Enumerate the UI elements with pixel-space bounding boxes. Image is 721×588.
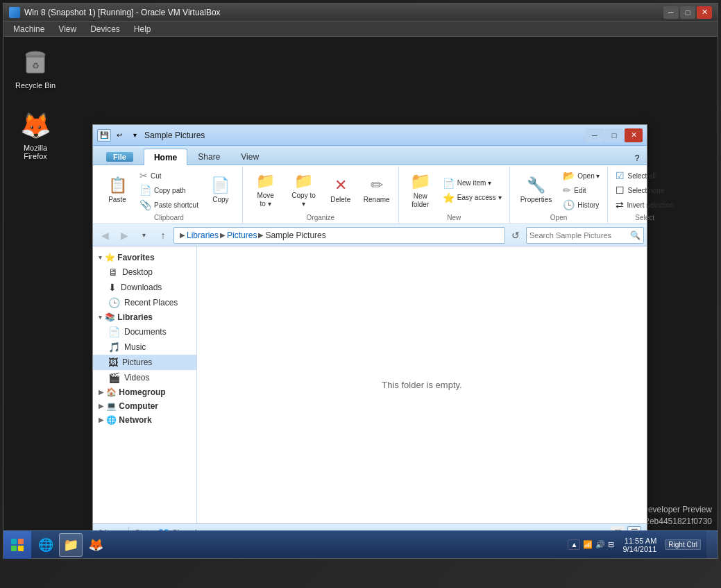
tab-home[interactable]: Home bbox=[144, 149, 187, 165]
properties-icon: 🔧 bbox=[527, 176, 545, 194]
qat-save-button[interactable]: 💾 bbox=[97, 129, 111, 142]
desktop-nav-icon: 🖥 bbox=[108, 267, 118, 278]
paste-shortcut-icon: 📎 bbox=[139, 199, 151, 210]
vbox-menu-machine[interactable]: Machine bbox=[6, 23, 51, 35]
virtualbox-window: Win 8 (Snapshot 1) [Running] - Oracle VM… bbox=[3, 3, 718, 559]
invert-selection-button[interactable]: ⇄ Invert selection bbox=[612, 198, 677, 212]
desktop-icon-firefox[interactable]: 🦊 Mozilla Firefox bbox=[10, 106, 60, 163]
svg-rect-7 bbox=[18, 546, 24, 551]
new-folder-button[interactable]: 📁 New folder bbox=[403, 168, 438, 212]
select-small-group: ☑ Select all ☐ Select none ⇄ bbox=[612, 169, 677, 212]
edit-button[interactable]: ✏ Edit bbox=[559, 183, 603, 197]
homegroup-section[interactable]: ▶ 🏠 Homegroup bbox=[93, 385, 196, 399]
copy-to-button[interactable]: 📁 Copy to ▾ bbox=[285, 169, 321, 212]
network-section[interactable]: ▶ 🌐 Network bbox=[93, 413, 196, 427]
explorer-title: Sample Pictures bbox=[144, 131, 586, 140]
move-to-button[interactable]: 📁 Move to ▾ bbox=[247, 169, 284, 212]
search-bar[interactable]: 🔍 bbox=[526, 227, 644, 244]
paste-shortcut-button[interactable]: 📎 Paste shortcut bbox=[136, 198, 202, 212]
new-group-label: New bbox=[447, 212, 461, 222]
forward-button[interactable]: ▶ bbox=[115, 227, 133, 244]
ribbon-group-new: 📁 New folder 📄 New item ▾ bbox=[399, 167, 510, 224]
recycle-bin-label: Recycle Bin bbox=[15, 81, 56, 90]
nav-item-documents[interactable]: 📄 Documents bbox=[93, 324, 196, 339]
refresh-button[interactable]: ↺ bbox=[507, 227, 525, 244]
nav-item-downloads[interactable]: ⬇ Downloads bbox=[93, 280, 196, 295]
vbox-menu-help[interactable]: Help bbox=[127, 23, 158, 35]
libraries-section[interactable]: ▾ 📚 Libraries bbox=[93, 310, 196, 324]
nav-item-videos[interactable]: 🎬 Videos bbox=[93, 370, 196, 385]
copy-icon: 📄 bbox=[211, 176, 230, 194]
vbox-maximize-button[interactable]: □ bbox=[680, 6, 695, 19]
tab-share[interactable]: Share bbox=[187, 148, 230, 165]
paste-button[interactable]: 📋 Paste bbox=[100, 173, 135, 208]
explorer-close-button[interactable]: ✕ bbox=[625, 128, 643, 142]
nav-item-recent-places[interactable]: 🕒 Recent Places bbox=[93, 295, 196, 310]
qat-undo-button[interactable]: ↩ bbox=[112, 129, 126, 142]
quick-access-toolbar: 💾 ↩ ▾ bbox=[97, 128, 142, 143]
delete-button[interactable]: ✕ Delete bbox=[323, 173, 358, 208]
network-icon: 🌐 bbox=[106, 415, 117, 425]
move-to-icon: 📁 bbox=[256, 172, 275, 190]
desktop-icon-recycle-bin[interactable]: ♻ Recycle Bin bbox=[10, 44, 60, 92]
back-button[interactable]: ◀ bbox=[96, 227, 114, 244]
taskbar-item-firefox[interactable]: 🦊 bbox=[84, 533, 108, 557]
dropdown-recent-button[interactable]: ▾ bbox=[135, 227, 153, 244]
nav-item-desktop[interactable]: 🖥 Desktop bbox=[93, 264, 196, 280]
vbox-window-controls: ─ □ ✕ bbox=[663, 6, 712, 19]
taskbar-item-explorer[interactable]: 📁 bbox=[59, 533, 83, 557]
ribbon-group-open: 🔧 Properties 📂 Open ▾ bbox=[510, 167, 609, 224]
copy-button[interactable]: 📄 Copy bbox=[203, 173, 238, 208]
win8-start-button[interactable] bbox=[3, 531, 31, 559]
copy-to-icon: 📁 bbox=[294, 172, 313, 190]
vbox-close-button[interactable]: ✕ bbox=[697, 6, 712, 19]
documents-nav-icon: 📄 bbox=[108, 326, 120, 337]
taskbar-item-ie[interactable]: 🌐 bbox=[34, 533, 58, 557]
win8-show-desktop-button[interactable] bbox=[706, 531, 718, 559]
nav-item-music[interactable]: 🎵 Music bbox=[93, 339, 196, 355]
select-none-icon: ☐ bbox=[616, 185, 625, 196]
qat-dropdown-button[interactable]: ▾ bbox=[128, 129, 142, 142]
win8-clock[interactable]: 11:55 AM 9/14/2011 bbox=[618, 537, 661, 553]
edit-label: Edit bbox=[574, 187, 586, 194]
tab-view[interactable]: View bbox=[230, 148, 269, 165]
cut-icon: ✂ bbox=[139, 170, 148, 181]
explorer-maximize-button[interactable]: □ bbox=[605, 128, 623, 142]
tray-battery-icon: ⊟ bbox=[608, 540, 614, 549]
open-button[interactable]: 📂 Open ▾ bbox=[559, 169, 603, 183]
rename-button[interactable]: ✏ Rename bbox=[359, 173, 394, 208]
cut-button[interactable]: ✂ Cut bbox=[136, 169, 202, 183]
breadcrumb-pictures[interactable]: Pictures bbox=[227, 230, 257, 240]
vbox-menu-devices[interactable]: Devices bbox=[83, 23, 127, 35]
downloads-nav-icon: ⬇ bbox=[108, 282, 117, 293]
copy-path-button[interactable]: 📄 Copy path bbox=[136, 183, 202, 197]
properties-button[interactable]: 🔧 Properties bbox=[514, 173, 559, 208]
vbox-title-text: Win 8 (Snapshot 1) [Running] - Oracle VM… bbox=[24, 8, 663, 17]
history-button[interactable]: 🕒 History bbox=[559, 198, 603, 212]
breadcrumb-current: Sample Pictures bbox=[265, 230, 325, 240]
favorites-label: Favorites bbox=[117, 253, 154, 262]
nav-item-pictures[interactable]: 🖼 Pictures bbox=[93, 355, 196, 370]
downloads-nav-label: Downloads bbox=[121, 283, 162, 292]
favorites-section[interactable]: ▾ ⭐ Favorites bbox=[93, 251, 196, 264]
open-small-group: 📂 Open ▾ ✏ Edit 🕒 bbox=[559, 169, 603, 212]
tab-file[interactable]: File bbox=[96, 148, 144, 165]
new-folder-label: New folder bbox=[409, 192, 432, 209]
empty-folder-message: This folder is empty. bbox=[382, 380, 461, 390]
tray-chevron[interactable]: ▲ bbox=[568, 539, 580, 550]
new-item-button[interactable]: 📄 New item ▾ bbox=[439, 176, 505, 190]
network-label: Network bbox=[119, 415, 151, 425]
easy-access-button[interactable]: ⭐ Easy access ▾ bbox=[439, 191, 505, 205]
vbox-menu-view[interactable]: View bbox=[51, 23, 83, 35]
up-button[interactable]: ↑ bbox=[154, 227, 172, 244]
select-none-button[interactable]: ☐ Select none bbox=[612, 183, 677, 197]
breadcrumb-libraries[interactable]: Libraries bbox=[187, 230, 219, 240]
search-input[interactable] bbox=[529, 231, 630, 240]
select-all-button[interactable]: ☑ Select all bbox=[612, 169, 677, 183]
computer-section[interactable]: ▶ 💻 Computer bbox=[93, 399, 196, 413]
organize-group-label: Organize bbox=[307, 212, 335, 222]
select-none-label: Select none bbox=[627, 187, 664, 194]
vbox-minimize-button[interactable]: ─ bbox=[663, 6, 679, 19]
explorer-minimize-button[interactable]: ─ bbox=[586, 128, 604, 142]
ribbon-help-button[interactable]: ? bbox=[630, 152, 644, 165]
